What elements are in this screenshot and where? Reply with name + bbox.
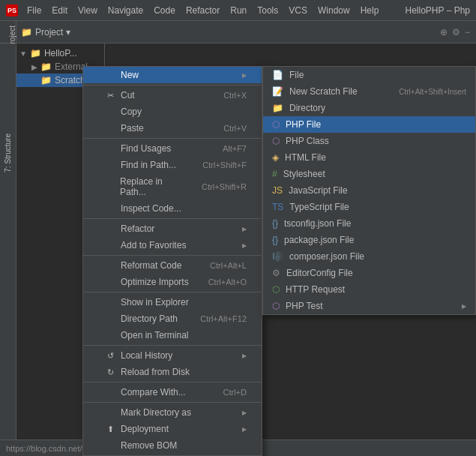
submenu-item-package-json[interactable]: {} package.json File [263,232,475,248]
menu-label-replace-in-path: Replace in Path... [120,176,187,197]
menu-vcs[interactable]: VCS [284,4,312,17]
menu-label-local-history: Local History [121,350,172,361]
menu-label-compare-with: Compare With... [121,387,186,398]
menu-help[interactable]: Help [356,4,384,17]
menu-label-mark-directory-as: Mark Directory as [121,407,191,418]
menu-separator [83,382,262,382]
submenu-item-http-request[interactable]: ⬡ HTTP Request [263,281,475,298]
toolbar-collapse-icon[interactable]: − [465,27,470,38]
deployment-icon: ⬆ [104,424,116,434]
menu-item-remove-bom[interactable]: Remove BOM [83,437,262,454]
submenu-item-html-file[interactable]: ◈ HTML File [263,149,475,166]
submenu-label-html-file: HTML File [285,152,326,163]
menu-label-inspect-code: Inspect Code... [121,203,181,214]
folder-icon: 📁 [40,62,52,72]
menu-item-replace-in-path[interactable]: Replace in Path... Ctrl+Shift+R [83,173,262,200]
submenu-item-php-class[interactable]: ⬡ PHP Class [263,133,475,149]
scratch-icon: 📝 [272,86,283,97]
submenu-item-tsconfig[interactable]: {} tsconfig.json File [263,215,475,232]
directory-path-shortcut: Ctrl+Alt+F12 [200,314,247,323]
menu-label-directory-path: Directory Path [121,314,178,324]
menu-item-refactor[interactable]: Refactor [83,220,262,237]
toolbar-settings-icon[interactable]: ⚙ [452,27,460,38]
submenu-item-stylesheet[interactable]: # Stylesheet [263,166,475,182]
menu-item-paste[interactable]: Paste Ctrl+V [83,120,262,136]
menu-separator [83,85,262,86]
menu-item-find-in-path[interactable]: Find in Path... Ctrl+Shift+F [83,157,262,173]
js-icon: JS [272,185,283,196]
file-icon: 📄 [272,70,283,80]
optimize-shortcut: Ctrl+Alt+O [208,278,247,286]
expand-arrow: ▶ [31,63,37,71]
folder-icon: 📁 [40,75,52,86]
menu-item-local-history[interactable]: ↺ Local History [83,347,262,364]
menu-item-cut[interactable]: ✂ Cut Ctrl+X [83,87,262,104]
menu-item-optimize-imports[interactable]: Optimize Imports Ctrl+Alt+O [83,274,262,290]
tree-item-hellophp[interactable]: ▼ 📁 HelloP... [16,46,104,60]
submenu-item-directory[interactable]: 📁 Directory [263,100,475,116]
menu-item-copy[interactable]: Copy [83,104,262,120]
menu-item-reformat-code[interactable]: Reformat Code Ctrl+Alt+L [83,257,262,274]
folder-icon: 📁 [21,27,32,38]
menu-file[interactable]: File [22,4,46,17]
window-title: HelloPHP – Php [406,5,471,16]
menu-item-compare-with[interactable]: Compare With... Ctrl+D [83,384,262,400]
submenu-item-scratch-file[interactable]: 📝 New Scratch File Ctrl+Alt+Shift+Insert [263,83,475,100]
menu-window[interactable]: Window [313,4,355,17]
menu-label-refactor: Refactor [121,224,154,234]
menu-item-directory-path[interactable]: Directory Path Ctrl+Alt+F12 [83,310,262,327]
menu-run[interactable]: Run [226,4,251,17]
menu-label-paste: Paste [121,123,144,134]
menu-item-add-to-favorites[interactable]: Add to Favorites [83,237,262,254]
history-icon: ↺ [104,351,116,361]
find-usages-shortcut: Alt+F7 [223,144,247,153]
menu-item-inspect-code[interactable]: Inspect Code... [83,200,262,217]
toolbar-locate-icon[interactable]: ⊕ [440,27,448,38]
menu-tools[interactable]: Tools [253,4,283,17]
submenu-label-php-file: PHP File [286,119,321,130]
http-icon: ⬡ [272,284,280,295]
title-bar: PS File Edit View Navigate Code Refactor… [0,0,476,21]
submenu-label-php-test: PHP Test [286,301,323,311]
menu-item-deployment[interactable]: ⬆ Deployment [83,421,262,437]
submenu-item-js-file[interactable]: JS JavaScript File [263,182,475,199]
menu-item-show-in-explorer[interactable]: Show in Explorer [83,294,262,310]
submenu-label-tsconfig: tsconfig.json File [284,218,351,229]
submenu-label-php-class: PHP Class [286,136,329,146]
project-panel-header: 📁 Project ▾ ⊕ ⚙ − [16,21,476,44]
submenu-item-php-test[interactable]: ⬡ PHP Test [263,298,475,314]
sidebar-structure-label[interactable]: 7: Structure [4,134,12,172]
menu-item-find-usages[interactable]: Find Usages Alt+F7 [83,140,262,157]
paste-shortcut: Ctrl+V [223,124,247,133]
replace-in-path-shortcut: Ctrl+Shift+R [202,182,247,191]
menu-label-deployment: Deployment [121,424,169,434]
css-icon: # [272,169,277,179]
menu-edit[interactable]: Edit [47,4,72,17]
directory-icon: 📁 [272,103,283,113]
php-test-icon: ⬡ [272,301,280,311]
menu-label-reload-from-disk: Reload from Disk [121,367,190,377]
compare-shortcut: Ctrl+D [223,388,247,397]
html-icon: ◈ [272,152,279,163]
menu-item-mark-directory-as[interactable]: Mark Directory as [83,404,262,421]
menu-view[interactable]: View [73,4,102,17]
menu-item-new[interactable]: New [83,67,262,83]
menu-code[interactable]: Code [149,4,180,17]
menu-label-reformat-code: Reformat Code [121,260,181,271]
submenu-item-file[interactable]: 📄 File [263,67,475,83]
submenu-item-ts-file[interactable]: TS TypeScript File [263,199,475,215]
cut-shortcut: Ctrl+X [223,91,247,100]
submenu-item-composer-json[interactable]: 🎼 composer.json File [263,248,475,265]
menu-item-reload-from-disk[interactable]: ↻ Reload from Disk [83,364,262,380]
menu-label-find-usages: Find Usages [121,143,171,154]
submenu-item-php-file[interactable]: ⬡ PHP File [263,116,475,133]
menu-separator [83,218,262,219]
package-json-icon: {} [272,235,278,245]
menu-refactor[interactable]: Refactor [181,4,224,17]
menu-item-open-in-terminal[interactable]: Open in Terminal [83,327,262,344]
menu-navigate[interactable]: Navigate [103,4,148,17]
menu-separator [83,138,262,139]
menu-separator [83,345,262,346]
submenu-item-editorconfig[interactable]: ⚙ EditorConfig File [263,265,475,281]
ts-icon: TS [272,202,283,212]
